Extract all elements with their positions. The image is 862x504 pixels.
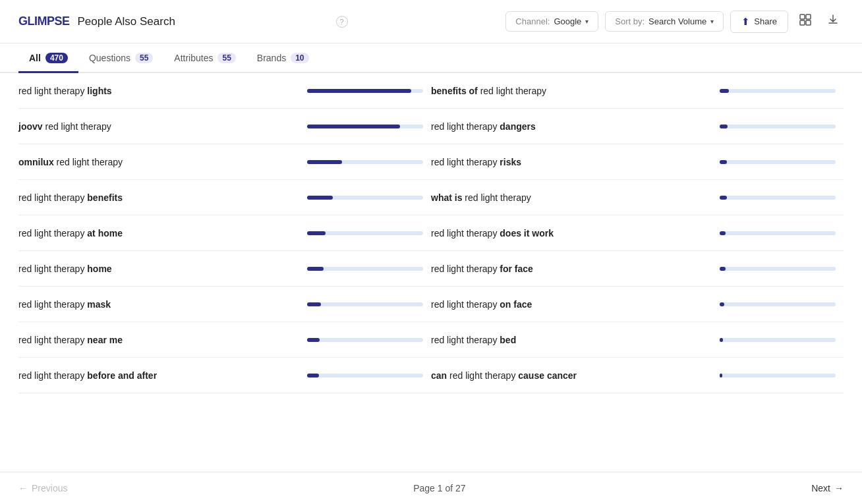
table-row: red light therapy benefits what is red l… bbox=[18, 180, 844, 215]
table-row: red light therapy before and after can r… bbox=[18, 358, 844, 393]
right-keyword: red light therapy dangers bbox=[431, 112, 712, 141]
left-bar-track bbox=[307, 267, 423, 271]
left-bar-cell bbox=[299, 115, 431, 138]
sortby-label: Sort by: bbox=[615, 16, 645, 26]
left-bar-track bbox=[307, 125, 423, 128]
tab-attributes[interactable]: Attributes 55 bbox=[163, 43, 246, 73]
tab-all-label: All bbox=[29, 53, 41, 63]
right-bar-track bbox=[720, 374, 836, 378]
grid-view-button[interactable] bbox=[795, 9, 816, 34]
right-keyword: benefits of red light therapy bbox=[431, 76, 712, 105]
left-keyword: red light therapy home bbox=[18, 254, 299, 283]
right-bar-cell bbox=[712, 329, 844, 351]
table-row: red light therapy lights benefits of red… bbox=[18, 73, 844, 109]
left-bar-cell bbox=[299, 80, 431, 102]
share-icon: ⬆ bbox=[741, 16, 750, 28]
right-bar-fill bbox=[720, 231, 726, 235]
results-table: red light therapy lights benefits of red… bbox=[0, 73, 862, 472]
tab-questions-label: Questions bbox=[89, 53, 130, 63]
left-bar-cell bbox=[299, 258, 431, 280]
tab-all[interactable]: All 470 bbox=[18, 43, 78, 73]
left-keyword: joovv red light therapy bbox=[18, 112, 299, 141]
right-bar-cell bbox=[712, 258, 844, 280]
right-bar-cell bbox=[712, 186, 844, 209]
left-bar-fill bbox=[307, 231, 326, 235]
header-controls: Channel: Google ▾ Sort by: Search Volume… bbox=[505, 9, 844, 34]
previous-label: Previous bbox=[32, 483, 67, 493]
help-icon[interactable]: ? bbox=[336, 16, 348, 28]
right-bar-track bbox=[720, 196, 836, 200]
left-bar-cell bbox=[299, 293, 431, 316]
right-bar-track bbox=[720, 302, 836, 306]
left-bar-fill bbox=[307, 160, 342, 164]
logo: GLIMPSE bbox=[18, 14, 70, 28]
right-bar-track bbox=[720, 89, 836, 93]
table-row: joovv red light therapy red light therap… bbox=[18, 109, 844, 144]
left-keyword: red light therapy before and after bbox=[18, 361, 299, 390]
share-button[interactable]: ⬆ Share bbox=[730, 11, 788, 33]
right-bar-fill bbox=[720, 125, 728, 128]
right-bar-fill bbox=[720, 160, 727, 164]
left-keyword: red light therapy near me bbox=[18, 325, 299, 354]
right-bar-cell bbox=[712, 115, 844, 138]
grid-icon bbox=[799, 13, 812, 26]
channel-chevron-icon: ▾ bbox=[585, 18, 589, 25]
svg-rect-3 bbox=[806, 20, 811, 25]
left-bar-fill bbox=[307, 89, 411, 93]
channel-label: Channel: bbox=[515, 16, 550, 26]
next-button[interactable]: Next → bbox=[811, 483, 844, 493]
svg-rect-1 bbox=[806, 14, 811, 19]
left-bar-cell bbox=[299, 151, 431, 173]
left-keyword: omnilux red light therapy bbox=[18, 148, 299, 177]
right-bar-fill bbox=[720, 267, 726, 271]
right-bar-cell bbox=[712, 364, 844, 387]
sortby-dropdown[interactable]: Sort by: Search Volume ▾ bbox=[605, 11, 724, 32]
previous-button[interactable]: ← Previous bbox=[18, 483, 67, 493]
right-bar-track bbox=[720, 125, 836, 128]
left-arrow-icon: ← bbox=[18, 483, 28, 493]
left-bar-cell bbox=[299, 222, 431, 244]
left-bar-track bbox=[307, 374, 423, 378]
tab-questions[interactable]: Questions 55 bbox=[78, 43, 163, 73]
download-button[interactable] bbox=[822, 9, 844, 34]
table-row: red light therapy near me red light ther… bbox=[18, 322, 844, 358]
left-bar-fill bbox=[307, 302, 321, 306]
left-bar-fill bbox=[307, 267, 324, 271]
left-bar-track bbox=[307, 338, 423, 342]
tab-brands[interactable]: Brands 10 bbox=[246, 43, 320, 73]
tab-questions-badge: 55 bbox=[135, 53, 153, 63]
left-bar-cell bbox=[299, 329, 431, 351]
left-bar-cell bbox=[299, 186, 431, 209]
tabs-bar: All 470 Questions 55 Attributes 55 Brand… bbox=[0, 43, 862, 73]
table-row: red light therapy at home red light ther… bbox=[18, 215, 844, 251]
right-keyword: what is red light therapy bbox=[431, 183, 712, 212]
left-keyword: red light therapy lights bbox=[18, 76, 299, 105]
left-bar-fill bbox=[307, 125, 400, 128]
right-bar-fill bbox=[720, 302, 724, 306]
left-bar-fill bbox=[307, 374, 319, 378]
right-bar-track bbox=[720, 338, 836, 342]
left-bar-track bbox=[307, 196, 423, 200]
page-title: People Also Search bbox=[78, 15, 175, 28]
channel-dropdown[interactable]: Channel: Google ▾ bbox=[505, 11, 598, 32]
right-bar-track bbox=[720, 160, 836, 164]
left-bar-track bbox=[307, 89, 423, 93]
left-bar-fill bbox=[307, 338, 320, 342]
left-bar-track bbox=[307, 160, 423, 164]
left-bar-cell bbox=[299, 364, 431, 387]
right-bar-cell bbox=[712, 80, 844, 102]
pagination: ← Previous Page 1 of 27 Next → bbox=[0, 472, 862, 504]
table-row: red light therapy mask red light therapy… bbox=[18, 287, 844, 322]
right-bar-cell bbox=[712, 293, 844, 316]
page-info: Page 1 of 27 bbox=[413, 483, 465, 493]
right-arrow-icon: → bbox=[834, 483, 844, 493]
svg-rect-2 bbox=[800, 20, 805, 25]
tab-attributes-badge: 55 bbox=[217, 53, 235, 63]
left-bar-track bbox=[307, 231, 423, 235]
right-keyword: red light therapy for face bbox=[431, 254, 712, 283]
tab-attributes-label: Attributes bbox=[174, 53, 213, 63]
tab-all-badge: 470 bbox=[45, 53, 68, 63]
tab-brands-label: Brands bbox=[257, 53, 286, 63]
right-bar-fill bbox=[720, 196, 727, 200]
table-row: omnilux red light therapy red light ther… bbox=[18, 144, 844, 180]
